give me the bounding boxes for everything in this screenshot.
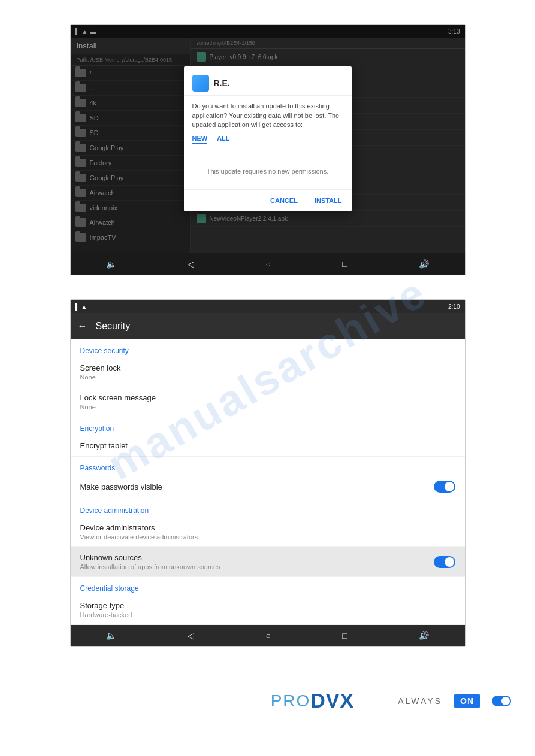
time-display-2: 2:10 xyxy=(448,303,460,310)
wifi-icon-2: ▲ xyxy=(81,303,87,310)
tab-new[interactable]: NEW xyxy=(192,135,208,144)
brand-on-badge: ON xyxy=(454,694,480,708)
row-encrypt-tablet[interactable]: Encrypt tablet xyxy=(71,435,465,457)
section-header-device-security: Device security xyxy=(71,339,465,357)
back-button[interactable]: ← xyxy=(78,321,87,332)
storage-type-title: Storage type xyxy=(80,601,455,610)
section-header-encryption: Encryption xyxy=(71,417,465,435)
signal-icon-2: ▌ xyxy=(75,303,80,310)
unknown-sources-title: Unknown sources xyxy=(80,553,434,562)
unknown-sources-toggle[interactable] xyxy=(434,556,455,568)
volume-up-icon[interactable]: 🔊 xyxy=(419,259,429,269)
brand-switch-graphic xyxy=(492,696,511,706)
cancel-button[interactable]: CANCEL xyxy=(267,195,301,207)
section-header-device-admin: Device administration xyxy=(71,499,465,517)
unknown-sources-content: Unknown sources Allow installation of ap… xyxy=(80,553,434,570)
row-passwords-visible[interactable]: Make passwords visible xyxy=(71,475,465,499)
screen-lock-subtitle: None xyxy=(80,374,455,381)
volume-down-icon-2[interactable]: 🔈 xyxy=(106,631,116,640)
dialog-overlay: R.E. Do you want to install an update to… xyxy=(71,25,465,253)
status-icons-2: ▌ ▲ xyxy=(75,303,87,310)
brand-footer: PRO DVX ALWAYS ON xyxy=(0,671,535,730)
screen-lock-title: Screen lock xyxy=(80,363,455,372)
brand-logo: PRO DVX xyxy=(271,689,355,712)
back-icon-2[interactable]: ◁ xyxy=(188,631,194,640)
storage-type-subtitle: Hardware-backed xyxy=(80,611,455,618)
security-toolbar: ← Security xyxy=(71,313,465,339)
security-title: Security xyxy=(96,321,131,332)
screenshot-2: ▌ ▲ 2:10 ← Security Device security Scre… xyxy=(70,299,466,647)
unknown-sources-subtitle: Allow installation of apps from unknown … xyxy=(80,563,434,570)
install-dialog: R.E. Do you want to install an update to… xyxy=(184,66,352,211)
status-bar-2: ▌ ▲ 2:10 xyxy=(71,300,465,313)
screenshot-1: ▌ ▲ ▬ 3:13 Install Path: /USB Memory/sto… xyxy=(70,24,466,275)
back-icon[interactable]: ◁ xyxy=(188,259,194,269)
device-admins-subtitle: View or deactivate device administrators xyxy=(80,533,455,541)
row-device-admins[interactable]: Device administrators View or deactivate… xyxy=(71,517,465,547)
home-icon-2[interactable]: ○ xyxy=(266,631,271,640)
row-screen-lock[interactable]: Screen lock None xyxy=(71,357,465,387)
passwords-visible-content: Make passwords visible xyxy=(80,482,434,491)
volume-down-icon[interactable]: 🔈 xyxy=(106,259,116,269)
brand-always-text: ALWAYS xyxy=(398,696,442,706)
dialog-tabs: NEW ALL xyxy=(192,135,343,147)
tab-all[interactable]: ALL xyxy=(217,135,229,144)
security-body: Device security Screen lock None Lock sc… xyxy=(71,339,465,625)
install-button[interactable]: INSTALL xyxy=(311,195,346,207)
lock-screen-msg-subtitle: None xyxy=(80,403,455,411)
dialog-app-icon xyxy=(192,75,209,92)
row-storage-type[interactable]: Storage type Hardware-backed xyxy=(71,595,465,625)
recents-icon-2[interactable]: □ xyxy=(342,631,347,640)
recents-icon[interactable]: □ xyxy=(342,259,347,269)
brand-pro-text: PRO xyxy=(271,691,311,711)
encrypt-tablet-title: Encrypt tablet xyxy=(80,441,455,450)
dialog-title-row: R.E. xyxy=(184,66,352,96)
dialog-buttons: CANCEL INSTALL xyxy=(184,189,352,211)
section-header-credential: Credential storage xyxy=(71,577,465,595)
brand-divider xyxy=(376,690,376,712)
section-header-passwords: Passwords xyxy=(71,457,465,475)
nav-bar-2: 🔈 ◁ ○ □ 🔊 xyxy=(71,625,465,646)
passwords-toggle[interactable] xyxy=(434,481,455,493)
home-icon[interactable]: ○ xyxy=(266,259,271,269)
row-unknown-sources[interactable]: Unknown sources Allow installation of ap… xyxy=(71,547,465,577)
device-admins-title: Device administrators xyxy=(80,523,455,532)
passwords-visible-title: Make passwords visible xyxy=(80,482,434,491)
dialog-title: R.E. xyxy=(214,78,230,88)
row-lock-screen-message[interactable]: Lock screen message None xyxy=(71,387,465,417)
lock-screen-msg-title: Lock screen message xyxy=(80,393,455,402)
dialog-body: Do you want to install an update to this… xyxy=(184,96,352,153)
volume-up-icon-2[interactable]: 🔊 xyxy=(419,631,429,640)
dialog-content: This update requires no new permissions. xyxy=(184,153,352,189)
brand-dvx-text: DVX xyxy=(310,689,354,712)
dialog-description: Do you want to install an update to this… xyxy=(192,102,343,129)
nav-bar-1: 🔈 ◁ ○ □ 🔊 xyxy=(71,253,465,275)
